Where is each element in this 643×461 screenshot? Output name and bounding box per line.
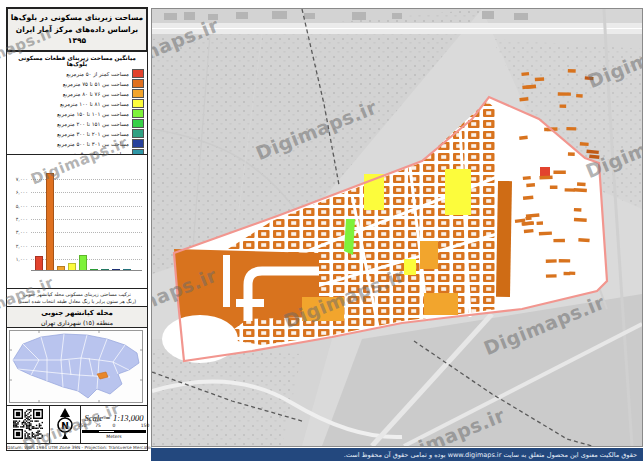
chart-ytick-label: ۶,۰۰۰	[7, 189, 28, 195]
legend-color-chip	[132, 69, 144, 78]
chart-ytick-label: ۵,۰۰۰	[7, 203, 28, 209]
north-arrow-svg: N	[53, 407, 77, 441]
copyright-bar: حقوق مالکیت معنوی این محصول متعلق به سای…	[151, 448, 643, 461]
locator-map	[6, 327, 148, 406]
legend-item-label: مساحت بین ۱۵۱ تا ۲۰۰ مترمربع	[57, 121, 129, 127]
chart-ytick-label: ۲,۰۰۰	[7, 243, 28, 249]
legend-color-chip	[132, 119, 144, 128]
qr-code	[7, 406, 50, 443]
main-map-svg	[152, 9, 642, 446]
chart-baseline	[31, 270, 142, 271]
chart-caption-line2: (رنگ هر ستون برابر با رنگ معادل طبقه انت…	[9, 298, 145, 305]
legend-item: مساحت بین ۱۵۱ تا ۲۰۰ مترمربع	[10, 119, 144, 129]
map-title-box: مساحت زیربنای مسکونی در بلوک‌ها براساس د…	[6, 7, 148, 52]
north-arrow: N	[50, 406, 81, 443]
legend-item: مساحت بین ۳۰۱ تا ۵۰۰ مترمربع	[10, 139, 144, 149]
legend-item: مساحت بین ۷۶ تا ۸۰ مترمربع	[10, 89, 144, 99]
chart-caption-box: ترکیب مساحتی زیربنای مسکونی محله کیانشهر…	[6, 288, 148, 307]
chart-ytick-label: ۳,۰۰۰	[7, 229, 28, 235]
scale-bar-unit: Meters	[82, 434, 146, 439]
scale-bar: Meters 150750150	[82, 426, 146, 438]
legend-color-chip	[132, 109, 144, 118]
scale-bar-label: 0	[113, 423, 116, 428]
scale-bar-label: 75	[95, 423, 101, 428]
map-title-line2: براساس داده‌های مرکز آمار ایران ۱۳۹۵	[10, 24, 144, 47]
legend-item: مساحت بین ۸۱ تا ۱۰۰ مترمربع	[10, 99, 144, 109]
legend-item: مساحت بین ۱۰۱ تا ۱۵۰ مترمربع	[10, 109, 144, 119]
legend-item: مساحت کمتر از ۵۰ مترمربع	[10, 69, 144, 79]
map-product-page: مساحت زیربنای مسکونی در بلوک‌ها براساس د…	[0, 0, 643, 461]
legend-color-chip	[132, 89, 144, 98]
legend-color-chip	[132, 99, 144, 108]
legend-item: مساحت بین ۵۱ تا ۷۵ مترمربع	[10, 79, 144, 89]
locator-map-svg	[9, 330, 143, 403]
scale-bar-segment	[83, 431, 99, 432]
north-letter: N	[61, 421, 69, 431]
scale-bar-label: 150	[78, 423, 87, 428]
copyright-text: حقوق مالکیت معنوی این محصول متعلق به سای…	[344, 451, 637, 459]
area-info-box: محله کیانشهر جنوبی منطقه (۱۵) شهرداری ته…	[6, 306, 148, 328]
legend-header: میانگین مساحت زیربنای قطعات مسکونی بلوک‌…	[10, 55, 144, 67]
datum-strip: Datum: WGS 1984 UTM Zone 39N - Projectio…	[6, 443, 148, 451]
vertical-strip-block	[496, 181, 512, 297]
neighborhood-name: محله کیانشهر جنوبی	[7, 309, 147, 317]
scale-block: Scale = 1:13,000 Meters 150750150	[81, 406, 147, 443]
red-block	[540, 167, 550, 176]
scale-bar-segment	[99, 431, 115, 432]
scale-bar-label: 150	[141, 423, 150, 428]
legend-item-label: مساحت بین ۷۶ تا ۸۰ مترمربع	[63, 91, 129, 97]
scale-text: Scale = 1:13,000	[85, 413, 144, 423]
chart-ytick-label: ۴,۰۰۰	[7, 216, 28, 222]
map-marginalia-row: N Scale = 1:13,000 Meters 150750150	[6, 405, 148, 444]
legend: میانگین مساحت زیربنای قطعات مسکونی بلوک‌…	[6, 51, 148, 155]
legend-color-chip	[132, 129, 144, 138]
legend-item-label: مساحت بین ۱۰۱ تا ۱۵۰ مترمربع	[57, 111, 129, 117]
chart-ytick-label: ۷,۰۰۰	[7, 176, 28, 182]
left-panel: مساحت زیربنای مسکونی در بلوک‌ها براساس د…	[6, 8, 148, 451]
legend-item: مساحت بین ۲۰۱ تا ۳۰۰ مترمربع	[10, 129, 144, 139]
map-title-line1: مساحت زیربنای مسکونی در بلوک‌ها	[10, 12, 144, 24]
legend-color-chip	[132, 79, 144, 88]
bar-chart-plot: ۷,۰۰۰۶,۰۰۰۵,۰۰۰۴,۰۰۰۳,۰۰۰۲,۰۰۰۱,۰۰۰	[7, 155, 147, 288]
qr-code-svg	[13, 409, 43, 439]
chart-bar	[46, 173, 54, 271]
legend-item-label: مساحت بین ۲۰۱ تا ۳۰۰ مترمربع	[57, 131, 129, 137]
bar-chart: ۷,۰۰۰۶,۰۰۰۵,۰۰۰۴,۰۰۰۳,۰۰۰۲,۰۰۰۱,۰۰۰	[6, 154, 148, 289]
legend-color-chip	[132, 139, 144, 148]
scale-bar-segment	[114, 431, 145, 432]
legend-item-label: مساحت کمتر از ۵۰ مترمربع	[66, 71, 129, 77]
chart-bar	[35, 256, 43, 271]
chart-ytick-label: ۱,۰۰۰	[7, 256, 28, 262]
legend-item-label: مساحت بین ۵۱ تا ۷۵ مترمربع	[63, 81, 129, 87]
legend-list: مساحت کمتر از ۵۰ مترمربعمساحت بین ۵۱ تا …	[10, 69, 144, 159]
datum-text: Datum: WGS 1984 UTM Zone 39N - Projectio…	[7, 444, 147, 452]
chart-bar	[79, 255, 87, 270]
main-map[interactable]: Digimaps.ir Digimaps.ir Digimaps.ir Digi…	[151, 8, 643, 447]
district-name: منطقه (۱۵) شهرداری تهران	[7, 319, 147, 326]
chart-caption-line1: ترکیب مساحتی زیربنای مسکونی محله کیانشهر…	[9, 291, 145, 298]
legend-item-label: مساحت بین ۳۰۱ تا ۵۰۰ مترمربع	[57, 141, 129, 147]
legend-item-label: مساحت بین ۸۱ تا ۱۰۰ مترمربع	[60, 101, 129, 107]
